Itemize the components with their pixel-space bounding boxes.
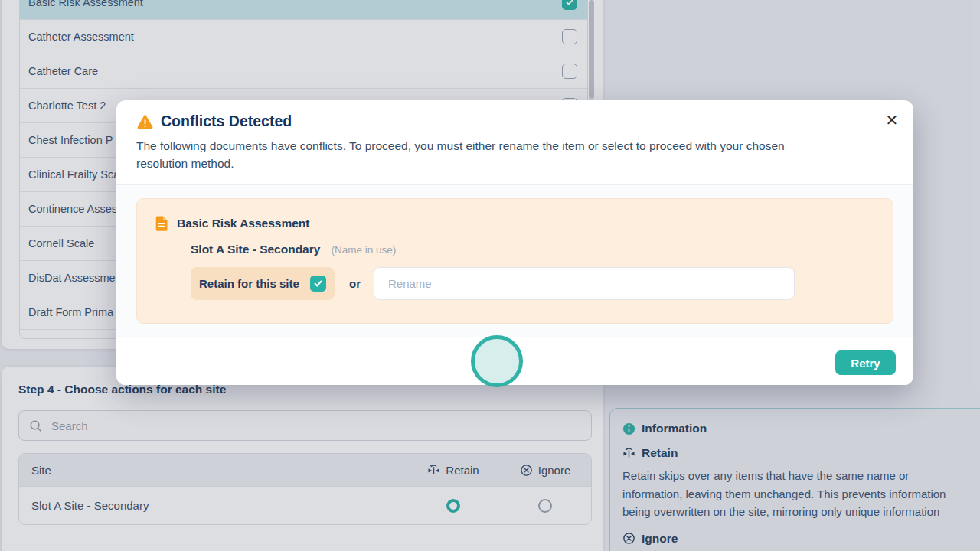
modal-title: Conflicts Detected <box>161 112 292 130</box>
modal-description: The following documents have conflicts. … <box>136 137 829 172</box>
close-icon[interactable]: ✕ <box>883 111 901 129</box>
retain-for-site-label: Retain for this site <box>199 277 299 290</box>
check-icon <box>313 279 323 289</box>
rename-input[interactable] <box>374 267 795 300</box>
retain-checkbox-checked[interactable] <box>310 276 326 292</box>
retry-button[interactable]: Retry <box>835 350 896 375</box>
name-in-use-note: (Name in use) <box>331 244 396 256</box>
modal-header: Conflicts Detected The following documen… <box>116 100 913 185</box>
document-icon <box>155 216 168 231</box>
conflict-site-name: Slot A Site - Secondary <box>191 243 320 256</box>
conflict-card: Basic Risk Assessment Slot A Site - Seco… <box>136 198 893 324</box>
click-indicator-circle <box>471 335 523 387</box>
retain-for-site-toggle[interactable]: Retain for this site <box>191 267 335 300</box>
or-label: or <box>349 277 361 290</box>
modal-body: Basic Risk Assessment Slot A Site - Seco… <box>116 185 913 337</box>
conflict-document-name: Basic Risk Assessment <box>177 217 309 230</box>
warning-icon <box>136 112 154 130</box>
